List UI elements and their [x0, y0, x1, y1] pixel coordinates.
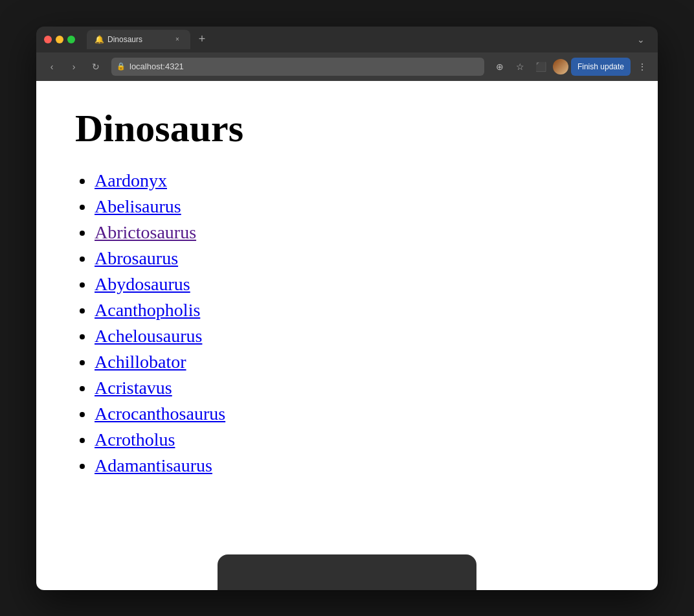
dinosaur-link[interactable]: Abrictosaurus: [95, 222, 196, 242]
dinosaur-link[interactable]: Acristavus: [95, 378, 172, 398]
finish-update-button[interactable]: Finish update: [571, 58, 631, 76]
close-window-button[interactable]: [44, 36, 52, 43]
page-content: Dinosaurs AardonyxAbelisaurusAbrictosaur…: [36, 81, 658, 590]
list-item: Abrictosaurus: [95, 222, 619, 243]
list-item: Abydosaurus: [95, 274, 619, 295]
list-item: Aardonyx: [95, 170, 619, 191]
dinosaur-link[interactable]: Abelisaurus: [95, 196, 181, 216]
new-tab-button[interactable]: +: [193, 30, 211, 49]
dinosaur-link[interactable]: Achillobator: [95, 352, 186, 372]
tabs-area: 🔔 Dinosaurs × + ⌄: [87, 30, 650, 49]
bookmark-button[interactable]: ☆: [511, 58, 530, 76]
list-item: Achelousaurus: [95, 326, 619, 347]
list-item: Acristavus: [95, 378, 619, 398]
list-item: Abrosaurus: [95, 248, 619, 269]
tab-close-button[interactable]: ×: [172, 34, 183, 45]
list-item: Adamantisaurus: [95, 455, 619, 476]
browser-window: 🔔 Dinosaurs × + ⌄ ‹ › ↻ 🔒 localhost:4321…: [36, 27, 658, 590]
dinosaur-list: AardonyxAbelisaurusAbrictosaurusAbrosaur…: [75, 170, 619, 476]
title-bar: 🔔 Dinosaurs × + ⌄: [36, 27, 658, 52]
active-tab[interactable]: 🔔 Dinosaurs ×: [87, 30, 190, 49]
tab-title-label: Dinosaurs: [107, 35, 168, 44]
address-text: localhost:4321: [129, 62, 479, 71]
list-item: Acrocanthosaurus: [95, 404, 619, 424]
list-item: Acanthopholis: [95, 300, 619, 321]
secure-icon: 🔒: [117, 62, 126, 71]
dinosaur-link[interactable]: Acrotholus: [95, 429, 175, 450]
back-button[interactable]: ‹: [43, 58, 61, 76]
list-item: Acrotholus: [95, 429, 619, 450]
list-item: Achillobator: [95, 352, 619, 372]
more-options-button[interactable]: ⋮: [633, 58, 651, 76]
toolbar-actions: ⊕ ☆ ⬛ Finish update ⋮: [491, 58, 651, 76]
minimize-window-button[interactable]: [56, 36, 63, 43]
dinosaur-link[interactable]: Acrocanthosaurus: [95, 404, 225, 424]
dinosaur-link[interactable]: Abydosaurus: [95, 274, 190, 294]
dinosaur-link[interactable]: Achelousaurus: [95, 326, 202, 346]
address-bar[interactable]: 🔒 localhost:4321: [111, 58, 484, 76]
finish-update-label: Finish update: [577, 62, 624, 71]
toolbar: ‹ › ↻ 🔒 localhost:4321 ⊕ ☆ ⬛ Finish upda…: [36, 52, 658, 81]
dinosaur-link[interactable]: Acanthopholis: [95, 300, 200, 320]
dinosaur-link[interactable]: Aardonyx: [95, 170, 167, 190]
traffic-lights: [44, 36, 75, 43]
profile-avatar[interactable]: [553, 59, 568, 74]
maximize-window-button[interactable]: [67, 36, 75, 43]
dinosaur-link[interactable]: Abrosaurus: [95, 248, 178, 268]
reload-button[interactable]: ↻: [87, 58, 105, 76]
page-title: Dinosaurs: [75, 107, 619, 150]
forward-button[interactable]: ›: [65, 58, 83, 76]
list-item: Abelisaurus: [95, 196, 619, 217]
extensions-button[interactable]: ⬛: [532, 58, 550, 76]
zoom-button[interactable]: ⊕: [491, 58, 509, 76]
tab-favicon-icon: 🔔: [95, 35, 104, 44]
dinosaur-link[interactable]: Adamantisaurus: [95, 455, 212, 475]
tab-menu-button[interactable]: ⌄: [632, 30, 650, 49]
bottom-overlay: [218, 554, 476, 590]
